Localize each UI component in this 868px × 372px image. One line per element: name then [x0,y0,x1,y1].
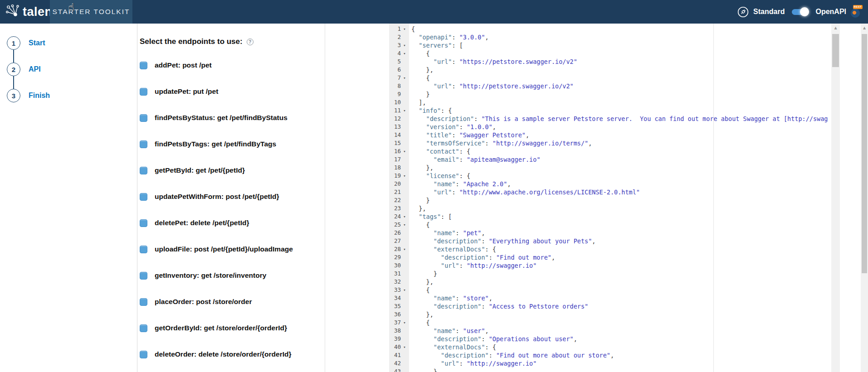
help-icon[interactable]: ? [247,39,254,45]
endpoint-checkbox[interactable] [140,167,147,174]
toggle-knob[interactable] [800,7,809,16]
fold-arrow-icon[interactable]: ▾ [401,106,408,115]
endpoint-label[interactable]: updatePet: put /pet [155,87,218,96]
line-number: 23 [389,204,401,213]
gutter-line: 13 [389,123,409,131]
endpoint-checkbox[interactable] [140,62,147,69]
fold-arrow-icon[interactable]: ▾ [401,245,408,253]
code-line: { [411,221,831,229]
app-title: STARTER TOOLKIT [53,8,130,16]
fold-arrow-icon[interactable]: ▾ [401,172,408,180]
gutter-line: 9 [389,90,409,98]
fold-arrow-icon[interactable]: ▾ [401,41,408,49]
endpoint-row: updatePetWithForm: post /pet/{petId} [140,193,325,201]
line-number: 7 [389,74,401,82]
gutter-line: 24▾ [389,213,409,221]
top-navbar: talend STARTER TOOLKIT ☝ Standard OpenAP… [0,0,868,24]
fold-arrow-icon[interactable]: ▾ [401,213,408,221]
endpoint-label[interactable]: getInventory: get /store/inventory [155,271,266,280]
endpoint-checkbox[interactable] [140,193,147,201]
gutter-line: 6 [389,66,409,74]
gutter-line: 22 [389,196,409,204]
endpoint-checkbox[interactable] [140,246,147,253]
step-connector [13,50,14,63]
endpoint-label[interactable]: getOrderById: get /store/order/{orderId} [155,324,287,332]
endpoint-label[interactable]: addPet: post /pet [155,61,212,69]
stepper-item-api[interactable]: 2 API [7,63,41,76]
mode-toggle-switch[interactable] [791,7,809,16]
endpoints-panel: Select the endpoints to use: ? addPet: p… [137,24,325,372]
scroll-up-icon[interactable]: ▲ [831,24,840,30]
endpoint-row: getOrderById: get /store/order/{orderId} [140,324,325,332]
line-number: 4 [389,49,401,58]
endpoint-checkbox[interactable] [140,324,147,332]
endpoint-row: uploadFile: post /pet/{petId}/uploadImag… [140,245,325,253]
endpoint-list: addPet: post /petupdatePet: put /petfind… [140,61,325,358]
starter-toolkit-tab[interactable]: STARTER TOOLKIT [50,0,132,24]
line-number: 8 [389,82,401,90]
line-number: 31 [389,270,401,278]
gutter-line: 42 [389,359,409,367]
endpoint-label[interactable]: findPetsByTags: get /pet/findByTags [155,140,276,148]
gutter-line: 32 [389,278,409,286]
line-number: 21 [389,188,401,196]
endpoint-checkbox[interactable] [140,88,147,96]
starter-toolkit-page: talend STARTER TOOLKIT ☝ Standard OpenAP… [0,0,868,372]
fold-arrow-icon[interactable]: ▾ [401,221,408,229]
code-line: { [411,319,831,327]
gutter-line: 3▾ [389,41,409,49]
code-line: "name": "user", [411,327,831,335]
code-line: "tags": [ [411,213,831,221]
gutter-line: 38 [389,327,409,335]
gutter-line: 5 [389,58,409,66]
editor-code-area[interactable]: { "openapi": "3.0.0", "servers": [ { "ur… [409,24,831,372]
endpoint-label[interactable]: updatePetWithForm: post /pet/{petId} [155,193,279,201]
endpoint-label[interactable]: deletePet: delete /pet/{petId} [155,219,249,227]
gutter-line: 26 [389,229,409,237]
fold-arrow-icon[interactable]: ▾ [401,319,408,327]
fold-arrow-icon[interactable]: ▾ [401,147,408,155]
editor-scrollbar-thumb[interactable] [832,34,839,67]
scroll-up-icon[interactable]: ▲ [861,24,868,30]
gutter-line: 17 [389,155,409,164]
stepper-item-finish[interactable]: 3 Finish [7,89,50,102]
fold-arrow-icon[interactable]: ▾ [401,286,408,294]
endpoint-label[interactable]: findPetsByStatus: get /pet/findByStatus [155,114,288,122]
endpoint-label[interactable]: uploadFile: post /pet/{petId}/uploadImag… [155,245,293,253]
code-line: "name": "Apache 2.0", [411,180,831,188]
page-scrollbar-thumb[interactable] [862,34,867,273]
endpoint-checkbox[interactable] [140,351,147,358]
gutter-line: 19▾ [389,172,409,180]
fold-arrow-icon[interactable]: ▾ [401,343,408,351]
code-line: "email": "apiteam@swagger.io" [411,155,831,164]
endpoint-label[interactable]: placeOrder: post /store/order [155,298,252,306]
code-line: ], [411,98,831,106]
line-number: 19 [389,172,401,180]
endpoint-label[interactable]: getPetById: get /pet/{petId} [155,166,245,174]
step-connector [13,76,14,89]
gutter-line: 23 [389,204,409,213]
line-number: 1 [389,25,401,33]
gutter-line: 18 [389,164,409,172]
openapi-code-editor[interactable]: 1▾23▾4▾567▾891011▾1213141516▾171819▾2021… [325,24,868,372]
plug-icon [737,6,749,18]
step-number: 2 [7,63,20,76]
code-line: "description": "Operations about user", [411,335,831,343]
line-number: 5 [389,58,401,66]
code-line: "version": "1.0.0", [411,123,831,131]
fold-arrow-icon[interactable]: ▾ [401,74,408,82]
line-number: 11 [389,106,401,115]
endpoint-checkbox[interactable] [140,272,147,280]
endpoint-label[interactable]: deleteOrder: delete /store/order/{orderI… [155,350,291,358]
line-number: 28 [389,245,401,253]
fold-arrow-icon[interactable]: ▾ [401,25,408,33]
stepper-item-start[interactable]: 1 Start [7,36,45,50]
endpoint-checkbox[interactable] [140,219,147,227]
fold-arrow-icon[interactable]: ▾ [401,49,408,58]
endpoint-row: getInventory: get /store/inventory [140,271,325,280]
line-number: 18 [389,164,401,172]
standard-mode-label: Standard [753,8,785,16]
endpoint-checkbox[interactable] [140,298,147,306]
endpoint-checkbox[interactable] [140,140,147,148]
endpoint-checkbox[interactable] [140,114,147,122]
